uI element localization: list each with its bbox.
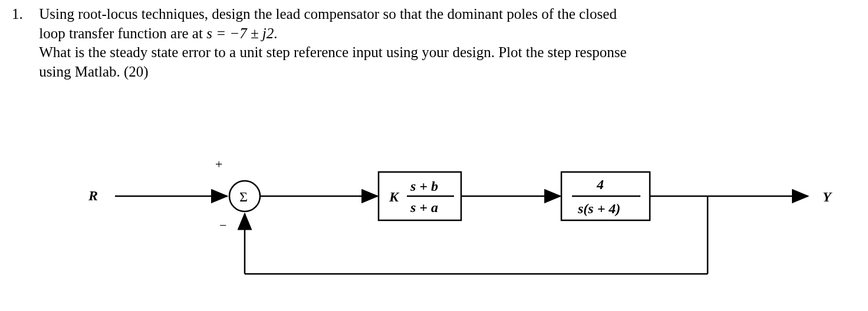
diagram-svg: R Σ + − K s + b s + a 4 s(s + 4) Y xyxy=(83,147,843,300)
question-block: 1. Using root-locus techniques, design t… xyxy=(12,5,861,81)
comp-K: K xyxy=(389,189,400,204)
q-line3: What is the steady state error to a unit… xyxy=(39,44,626,60)
comp-num: s + b xyxy=(410,178,438,194)
plant-den: s(s + 4) xyxy=(577,201,620,216)
question-text: Using root-locus techniques, design the … xyxy=(39,5,853,81)
sigma-symbol: Σ xyxy=(239,189,248,204)
q-line4: using Matlab. (20) xyxy=(39,64,148,80)
block-diagram: R Σ + − K s + b s + a 4 s(s + 4) Y xyxy=(83,147,843,300)
comp-den: s + a xyxy=(410,200,438,215)
q-line2a: loop transfer function are at xyxy=(39,25,206,41)
plus-sign: + xyxy=(215,157,222,171)
plant-num: 4 xyxy=(596,177,604,192)
q-line1: Using root-locus techniques, design the … xyxy=(39,6,617,22)
output-label: Y xyxy=(823,189,833,204)
input-label: R xyxy=(88,188,98,203)
q-eq: s = −7 ± j2 xyxy=(206,25,274,41)
q-line2b: . xyxy=(274,25,277,41)
minus-sign: − xyxy=(219,218,226,233)
question-number: 1. xyxy=(12,5,35,24)
